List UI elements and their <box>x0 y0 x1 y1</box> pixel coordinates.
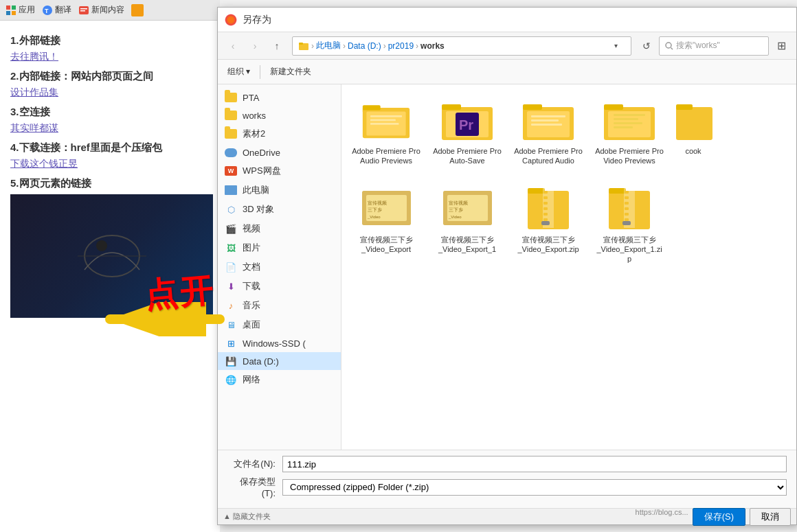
taskbar-translate[interactable]: T 翻译 <box>42 4 71 16</box>
sidebar-item-doc[interactable]: 📄 文档 <box>218 257 341 277</box>
sidebar-item-windows-ssd[interactable]: ⊞ Windows-SSD ( <box>218 334 341 352</box>
folder-icon-sucai <box>225 128 237 139</box>
filetype-select[interactable]: Compressed (zipped) Folder (*.zip) <box>282 479 787 496</box>
svg-rect-74 <box>625 218 629 221</box>
breadcrumb-pr2019[interactable]: pr2019 <box>388 41 414 51</box>
svg-rect-64 <box>543 218 548 221</box>
svg-rect-57 <box>528 188 545 194</box>
svg-rect-32 <box>531 115 565 117</box>
computer-icon <box>225 185 237 196</box>
svg-rect-7 <box>80 8 87 10</box>
new-folder-button[interactable]: 新建文件夹 <box>267 65 314 79</box>
svg-rect-42 <box>676 107 712 140</box>
filetype-label: 保存类型(T): <box>227 476 282 498</box>
svg-rect-3 <box>12 11 16 15</box>
section1-title: 1.外部链接 <box>10 34 210 47</box>
sidebar-item-network[interactable]: 🌐 网络 <box>218 370 341 389</box>
svg-text:宣传视频: 宣传视频 <box>368 200 387 206</box>
section5-title: 5.网页元素的链接 <box>10 177 210 190</box>
news-icon <box>78 5 89 16</box>
sidebar-item-desktop[interactable]: 🖥 桌面 <box>218 315 341 334</box>
svg-rect-19 <box>363 105 381 110</box>
folder-icon-pta <box>225 92 237 103</box>
taskbar-news[interactable]: 新闻内容 <box>78 4 124 16</box>
svg-rect-41 <box>614 126 633 128</box>
file-item-video-previews[interactable]: Adobe Premiere Pro Video Previews <box>592 91 667 170</box>
cancel-button[interactable]: 取消 <box>750 508 791 526</box>
view-options-button[interactable]: ⊞ <box>772 36 791 56</box>
sidebar-item-video[interactable]: 🎬 视频 <box>218 219 341 238</box>
dialog-main: PTA works 素材2 OneDrive <box>218 84 796 450</box>
sidebar-item-onedrive[interactable]: OneDrive <box>218 143 341 161</box>
breadcrumb-dropdown-button[interactable]: ▾ <box>606 36 625 56</box>
folder-icon-audio-previews <box>359 95 414 143</box>
file-label-video-previews: Adobe Premiere Pro Video Previews <box>595 146 664 166</box>
sidebar-item-music[interactable]: ♪ 音乐 <box>218 296 341 315</box>
sidebar-item-data-d[interactable]: 💾 Data (D:) <box>218 352 341 370</box>
sidebar-item-works[interactable]: works <box>218 106 341 124</box>
file-item-cook[interactable]: cook <box>673 91 714 170</box>
toolbar-separator <box>260 65 260 79</box>
search-bar[interactable]: 搜索"works" <box>659 36 769 56</box>
network-icon: 🌐 <box>225 374 237 385</box>
external-link[interactable]: 去往腾讯！ <box>10 51 58 62</box>
sidebar-item-sucai[interactable]: 素材2 <box>218 124 341 143</box>
svg-rect-40 <box>614 122 642 124</box>
svg-rect-73 <box>625 213 629 216</box>
file-item-video-export[interactable]: 宣传视频 三下乡 _Video 宣传视频三下乡_Video_Export <box>348 180 424 268</box>
taskbar: 应用 T 翻译 新闻内容 <box>0 0 220 21</box>
svg-rect-14 <box>299 43 303 45</box>
svg-rect-25 <box>442 104 461 110</box>
save-button[interactable]: 保存(S) <box>693 508 745 526</box>
svg-rect-67 <box>609 188 626 194</box>
hide-folders-label[interactable]: ▲ 隐藏文件夹 <box>223 511 271 522</box>
svg-text:Pr: Pr <box>459 117 473 132</box>
sidebar-item-pta[interactable]: PTA <box>218 89 341 106</box>
svg-rect-22 <box>370 119 396 122</box>
download-link[interactable]: 下载这个钱正昱 <box>10 158 78 169</box>
breadcrumb-drive[interactable]: Data (D:) <box>348 41 381 51</box>
sidebar-item-downloads[interactable]: ⬇ 下载 <box>218 277 341 296</box>
folder-icon-captured-audio <box>521 95 576 143</box>
video-icon: 🎬 <box>225 223 237 234</box>
taskbar-apps[interactable]: 应用 <box>5 4 35 16</box>
sidebar-item-3d[interactable]: ⬡ 3D 对象 <box>218 200 341 219</box>
nav-back-button[interactable]: ‹ <box>223 36 243 56</box>
svg-rect-60 <box>543 196 548 199</box>
breadcrumb-current: works <box>420 41 445 51</box>
zip-icon-1 <box>521 184 576 232</box>
sidebar-item-computer[interactable]: 此电脑 <box>218 181 341 200</box>
file-label-cook: cook <box>685 146 701 156</box>
windows-icon: ⊞ <box>225 338 237 349</box>
svg-rect-71 <box>625 202 629 205</box>
file-item-auto-save[interactable]: Pr Adobe Premiere Pro Auto-Save <box>429 91 505 170</box>
svg-rect-23 <box>370 123 399 125</box>
internal-link[interactable]: 设计作品集 <box>10 86 58 97</box>
image-decoration <box>71 222 153 290</box>
filename-label: 文件名(N): <box>227 458 282 470</box>
file-label-audio-previews: Adobe Premiere Pro Audio Previews <box>352 146 420 166</box>
nav-up-button[interactable]: ↑ <box>267 36 287 56</box>
nav-refresh-button[interactable]: ↺ <box>637 36 656 56</box>
apps-label: 应用 <box>19 4 35 16</box>
svg-rect-1 <box>12 5 16 10</box>
file-item-captured-audio[interactable]: Adobe Premiere Pro Captured Audio <box>510 91 586 170</box>
svg-rect-38 <box>614 114 645 116</box>
nav-forward-button[interactable]: › <box>245 36 265 56</box>
filetype-row: 保存类型(T): Compressed (zipped) Folder (*.z… <box>227 476 787 498</box>
dialog-sidebar: PTA works 素材2 OneDrive <box>218 84 341 450</box>
sidebar-item-image[interactable]: 🖼 图片 <box>218 238 341 257</box>
svg-rect-70 <box>625 196 629 199</box>
file-item-zip-2[interactable]: 宣传视频三下乡_Video_Export_1.zip <box>592 180 667 268</box>
filename-input[interactable] <box>282 456 787 472</box>
breadcrumb-bar[interactable]: › 此电脑 › Data (D:) › pr2019 › works ▾ <box>292 36 631 56</box>
file-item-video-export-1[interactable]: 宣传视频 三下乡 _Video 宣传视频三下乡_Video_Export_1 <box>429 180 505 268</box>
svg-text:宣传视频: 宣传视频 <box>449 200 468 206</box>
empty-link[interactable]: 其实咩都谋 <box>10 122 58 133</box>
organize-button[interactable]: 组织 ▾ <box>225 65 253 79</box>
file-item-audio-previews[interactable]: Adobe Premiere Pro Audio Previews <box>348 91 424 170</box>
file-item-zip-1[interactable]: 宣传视频三下乡_Video_Export.zip <box>510 180 586 268</box>
folder-icon-cook <box>673 95 714 143</box>
breadcrumb-computer[interactable]: 此电脑 <box>316 40 341 51</box>
sidebar-item-wps[interactable]: W WPS网盘 <box>218 161 341 181</box>
